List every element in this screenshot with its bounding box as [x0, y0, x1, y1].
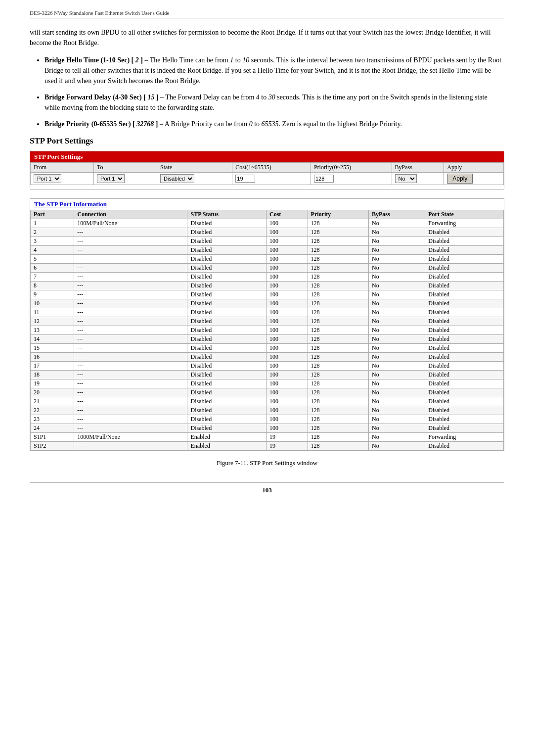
- list-item: 14: [31, 334, 74, 343]
- list-item: 128: [308, 245, 368, 254]
- col-from: From: [31, 163, 94, 173]
- list-item: ---: [74, 263, 187, 272]
- priority-cell[interactable]: [311, 173, 392, 185]
- apply-cell[interactable]: Apply: [444, 173, 504, 185]
- info-col-port: Port: [31, 210, 74, 219]
- list-item: 16: [31, 352, 74, 361]
- list-item: Disabled: [425, 317, 504, 326]
- list-item: No: [368, 299, 425, 308]
- cost-input[interactable]: [235, 175, 255, 183]
- stp-info-header-row: Port Connection STP Status Cost Priority…: [31, 210, 504, 219]
- list-item: Disabled: [187, 424, 267, 432]
- from-cell[interactable]: Port 1: [31, 173, 94, 185]
- list-item: Disabled: [425, 343, 504, 352]
- header-text: DES-3226 NWay Standalone Fast Ethernet S…: [30, 10, 169, 16]
- list-item: 3: [31, 236, 74, 245]
- apply-button[interactable]: Apply: [447, 174, 473, 184]
- list-item: Disabled: [425, 228, 504, 236]
- list-item: Disabled: [187, 343, 267, 352]
- list-item: ---: [74, 254, 187, 263]
- list-item: 100: [266, 281, 308, 290]
- bullet-2-bold: Bridge Priority (0-65535 Sec) [ 32768 ]: [44, 120, 158, 128]
- list-item: S1P2: [31, 441, 74, 450]
- list-item: No: [368, 263, 425, 272]
- list-item: 128: [308, 361, 368, 370]
- list-item: Disabled: [425, 441, 504, 450]
- list-item: Disabled: [425, 388, 504, 397]
- list-item: No: [368, 236, 425, 245]
- state-cell[interactable]: Disabled Enabled: [157, 173, 232, 185]
- list-item: ---: [74, 299, 187, 308]
- list-item: 100: [266, 236, 308, 245]
- table-row: 24---Disabled100128NoDisabled: [31, 424, 504, 432]
- list-item: 6: [31, 263, 74, 272]
- list-item: Disabled: [425, 290, 504, 299]
- list-item: 100: [266, 219, 308, 228]
- list-item: Forwarding: [425, 432, 504, 441]
- list-item: 100: [266, 388, 308, 397]
- list-item: 100: [266, 397, 308, 406]
- page-number: 103: [30, 482, 504, 494]
- list-item: Disabled: [425, 299, 504, 308]
- list-item: Disabled: [187, 308, 267, 317]
- bullet-item-1: Bridge Forward Delay (4-30 Sec) [ 15 ] –…: [44, 92, 504, 113]
- list-item: 100: [266, 406, 308, 415]
- list-item: 100: [266, 299, 308, 308]
- list-item: ---: [74, 370, 187, 379]
- from-select[interactable]: Port 1: [34, 174, 61, 183]
- list-item: Disabled: [187, 334, 267, 343]
- list-item: ---: [74, 281, 187, 290]
- list-item: 12: [31, 317, 74, 326]
- list-item: Disabled: [425, 236, 504, 245]
- figure-caption: Figure 7-11. STP Port Settings window: [30, 459, 504, 467]
- table-row: 14---Disabled100128NoDisabled: [31, 334, 504, 343]
- list-item: Disabled: [187, 281, 267, 290]
- stp-form-data-row: Port 1 Port 1 Disabled Enabled: [31, 173, 504, 185]
- state-select[interactable]: Disabled Enabled: [160, 174, 194, 183]
- stp-info-table: Port Connection STP Status Cost Priority…: [30, 210, 504, 451]
- bullet-2-text: – A Bridge Priority can be from 0 to 655…: [158, 120, 402, 128]
- list-item: 100: [266, 317, 308, 326]
- list-item: Disabled: [187, 317, 267, 326]
- bypass-cell[interactable]: No Yes: [392, 173, 444, 185]
- list-item: Disabled: [187, 352, 267, 361]
- list-item: 128: [308, 219, 368, 228]
- info-col-stp-status: STP Status: [187, 210, 267, 219]
- list-item: Disabled: [187, 370, 267, 379]
- list-item: 100: [266, 272, 308, 281]
- list-item: No: [368, 441, 425, 450]
- to-select[interactable]: Port 1: [97, 174, 125, 183]
- list-item: No: [368, 397, 425, 406]
- list-item: ---: [74, 397, 187, 406]
- list-item: No: [368, 281, 425, 290]
- table-row: S1P11000M/Full/NoneEnabled19128NoForward…: [31, 432, 504, 441]
- list-item: Disabled: [425, 379, 504, 388]
- list-item: ---: [74, 424, 187, 432]
- list-item: No: [368, 290, 425, 299]
- list-item: 100M/Full/None: [74, 219, 187, 228]
- table-row: 6---Disabled100128NoDisabled: [31, 263, 504, 272]
- table-row: 22---Disabled100128NoDisabled: [31, 406, 504, 415]
- list-item: 20: [31, 388, 74, 397]
- list-item: No: [368, 334, 425, 343]
- list-item: 128: [308, 379, 368, 388]
- table-row: 15---Disabled100128NoDisabled: [31, 343, 504, 352]
- list-item: Disabled: [187, 397, 267, 406]
- table-row: 23---Disabled100128NoDisabled: [31, 415, 504, 424]
- cost-cell[interactable]: [232, 173, 311, 185]
- list-item: 1000M/Full/None: [74, 432, 187, 441]
- list-item: Disabled: [187, 245, 267, 254]
- list-item: Disabled: [187, 415, 267, 424]
- list-item: No: [368, 326, 425, 334]
- list-item: ---: [74, 352, 187, 361]
- to-cell[interactable]: Port 1: [94, 173, 157, 185]
- list-item: 128: [308, 317, 368, 326]
- list-item: Disabled: [187, 272, 267, 281]
- list-item: 100: [266, 379, 308, 388]
- list-item: Disabled: [187, 219, 267, 228]
- bypass-select[interactable]: No Yes: [395, 174, 417, 183]
- stp-info-title: The STP Port Information: [30, 199, 504, 210]
- list-item: ---: [74, 236, 187, 245]
- priority-input[interactable]: [314, 175, 334, 183]
- list-item: 100: [266, 308, 308, 317]
